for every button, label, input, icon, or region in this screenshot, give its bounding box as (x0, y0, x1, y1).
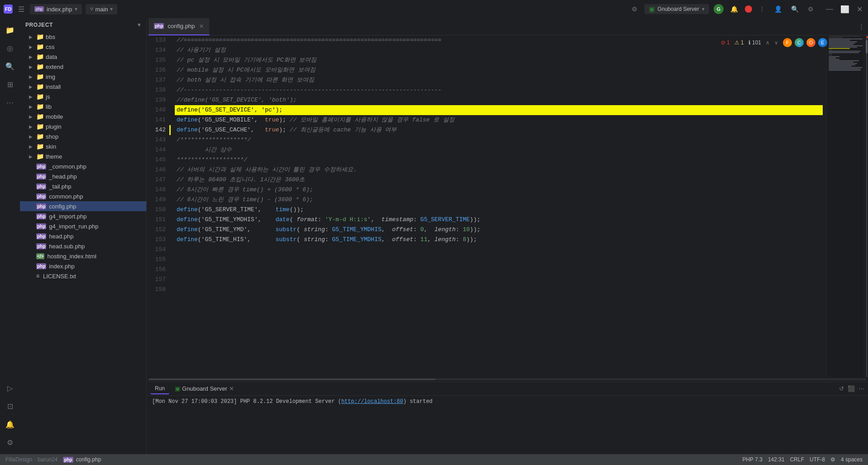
encoding[interactable]: UTF-8 (810, 456, 825, 463)
sidebar-item-hostinghtml[interactable]: ▶ </> hosting_index.html (20, 251, 146, 261)
file-explorer: Project ▾ ▶ 📁 bbs ▶ 📁 css ▶ 📁 data ▶ (20, 18, 147, 454)
expand-icon[interactable]: ∨ (774, 39, 778, 46)
notifications-icon[interactable]: 🔔 (2, 416, 18, 432)
vertical-scrollbar[interactable] (863, 35, 868, 377)
sidebar-item-mobile[interactable]: ▶ 📁 mobile (20, 111, 146, 121)
branch-tag[interactable]: ⑂ main ▾ (86, 4, 117, 15)
current-file-tab[interactable]: php index.php ▾ (30, 4, 82, 15)
breadcrumb-configphp[interactable]: config.php (76, 456, 101, 463)
more-tools-icon[interactable]: ⋯ (2, 94, 18, 111)
terminal-icon[interactable]: ⊡ (2, 398, 18, 414)
code-line-153: // 6시간이 빠른 경우 time() + (3600 * 6); (175, 185, 823, 195)
git-icon[interactable]: ◎ (2, 40, 18, 56)
sidebar-item-configphp[interactable]: ▶ php config.php (20, 201, 146, 211)
notification-icon[interactable]: 🔔 (728, 5, 740, 14)
sidebar-item-skin[interactable]: ▶ 📁 skin (20, 141, 146, 151)
sidebar-item-data[interactable]: ▶ 📁 data (20, 52, 146, 62)
sidebar-item-install[interactable]: ▶ 📁 install (20, 82, 146, 92)
sidebar-item-g4import[interactable]: ▶ php g4_import.php (20, 211, 146, 221)
tab-more-icon[interactable]: ⋮ (855, 23, 868, 30)
settings-icon[interactable]: ⚙ (830, 456, 835, 463)
more-options-icon[interactable]: ⋮ (757, 5, 767, 14)
warning-indicator: ⚠ 1 (734, 39, 744, 46)
sidebar-item-common-php[interactable]: ▶ php _common.php (20, 161, 146, 171)
sidebar-item-plugin[interactable]: ▶ 📁 plugin (20, 121, 146, 131)
replay-icon[interactable]: ↺ (839, 385, 844, 392)
hamburger-icon[interactable]: ☰ (16, 3, 26, 15)
sidebar-item-indexphp[interactable]: ▶ php index.php (20, 261, 146, 271)
breadcrumb-filladesign[interactable]: FillaDesign (5, 456, 32, 463)
project-dropdown-icon[interactable]: ▾ (138, 22, 141, 28)
debug-icon[interactable]: ⚙ (629, 5, 640, 14)
chevron-right-icon: ▶ (27, 103, 34, 110)
sidebar-item-g4importrun[interactable]: ▶ php g4_import_run.php (20, 221, 146, 231)
search-icon[interactable]: 🔍 (789, 5, 801, 14)
folder-label-js: js (46, 93, 50, 100)
sidebar-item-bbs[interactable]: ▶ 📁 bbs (20, 32, 146, 42)
php-version[interactable]: PHP 7.3 (742, 456, 762, 463)
line-ending[interactable]: CRLF (790, 456, 804, 463)
folder-label-mobile: mobile (46, 113, 63, 120)
server-tag[interactable]: ▣ Gnuboard Server ▾ (644, 4, 709, 14)
sidebar-item-tail-php[interactable]: ▶ php _tail.php (20, 181, 146, 191)
tab-close-icon[interactable]: ✕ (199, 23, 204, 29)
close-terminal-icon[interactable]: ✕ (229, 385, 234, 392)
explorer-icon[interactable]: 📁 (2, 22, 18, 38)
sidebar-item-licensetxt[interactable]: ▶ ≡ LICENSE.txt (20, 271, 146, 281)
horizontal-scrollbar[interactable] (147, 377, 868, 382)
code-line-151: // 서버의 시간과 실제 사용하는 시간이 틀린 경우 수정하세요. (175, 165, 823, 175)
h-scrollbar-track (149, 378, 866, 380)
settings-bottom-icon[interactable]: ⚙ (2, 434, 18, 450)
sidebar-item-img[interactable]: ▶ 📁 img (20, 72, 146, 82)
php-file-icon: php (36, 194, 46, 199)
firefox-icon[interactable]: F (783, 38, 792, 47)
chrome-icon[interactable]: C (795, 38, 804, 47)
tab-config-php[interactable]: php config.php ✕ (149, 18, 210, 35)
plugins-icon[interactable]: ⊞ (2, 76, 18, 92)
opera-icon[interactable]: O (806, 38, 815, 47)
code-line-141: //define('G5_SET_DEVICE', 'both'); (175, 95, 823, 105)
sidebar-item-lib[interactable]: ▶ 📁 lib (20, 102, 146, 111)
h-scrollbar-thumb[interactable] (149, 378, 436, 380)
folder-icon: 📁 (36, 153, 44, 160)
sidebar-item-extend[interactable]: ▶ 📁 extend (20, 62, 146, 72)
editor-body: ⊘ 1 ⚠ 1 ℹ 101 ∧ ∨ F C O E 13313413513613… (147, 35, 868, 377)
close-button[interactable]: ✕ (855, 5, 864, 14)
stop-icon[interactable]: ⬛ (848, 385, 855, 392)
sidebar-item-shop[interactable]: ▶ 📁 shop (20, 131, 146, 141)
profile-icon[interactable]: 👤 (772, 5, 784, 14)
sidebar-item-headsubphp[interactable]: ▶ php head.sub.php (20, 241, 146, 251)
folder-icon: 📁 (36, 103, 44, 110)
file-label-hostinghtml: hosting_index.html (47, 253, 96, 260)
indent[interactable]: 4 spaces (841, 456, 863, 463)
run-icon[interactable]: ▷ (2, 380, 18, 396)
settings-icon[interactable]: ⚙ (806, 5, 816, 14)
code-editor[interactable]: //======================================… (171, 35, 826, 377)
edge-icon[interactable]: E (818, 38, 827, 47)
find-icon[interactable]: 🔍 (2, 58, 18, 74)
code-line-138: // mobile 설정 시 PC에서도 모바일화면 보여짐 (175, 65, 823, 75)
collapse-icon[interactable]: ∧ (766, 39, 770, 46)
sidebar-item-theme[interactable]: ▶ 📁 theme (20, 151, 146, 161)
bottom-tab-bar: Run ▣ Gnuboard Server ✕ ↺ ⬛ ⋯ (147, 382, 868, 396)
scrollbar-thumb[interactable] (866, 40, 868, 53)
bottom-panel: Run ▣ Gnuboard Server ✕ ↺ ⬛ ⋯ [Mon Nov 2… (147, 382, 868, 454)
more-options-icon[interactable]: ⋯ (858, 385, 864, 392)
minimize-button[interactable]: — (824, 5, 835, 13)
chevron-right-icon: ▶ (27, 63, 34, 70)
terminal-log-line: [Mon Nov 27 17:00:03 2023] PHP 8.2.12 De… (152, 398, 863, 405)
sidebar-item-css[interactable]: ▶ 📁 css (20, 42, 146, 52)
folder-icon: 📁 (36, 93, 44, 100)
maximize-button[interactable]: ⬜ (839, 5, 851, 14)
record-button[interactable] (745, 5, 752, 13)
folder-label-plugin: plugin (46, 123, 62, 130)
sidebar-item-head-php[interactable]: ▶ php _head.php (20, 171, 146, 181)
sidebar-item-commonphp[interactable]: ▶ php common.php (20, 191, 146, 201)
sidebar-item-headphp[interactable]: ▶ php head.php (20, 231, 146, 241)
localhost-link[interactable]: http://localhost:80 (341, 398, 403, 405)
sidebar-item-js[interactable]: ▶ 📁 js (20, 92, 146, 102)
avatar[interactable]: G (714, 4, 724, 14)
run-tab[interactable]: Run (150, 383, 169, 394)
cursor-position[interactable]: 142:31 (768, 456, 785, 463)
breadcrumb-barun24[interactable]: barun24 (38, 456, 58, 463)
